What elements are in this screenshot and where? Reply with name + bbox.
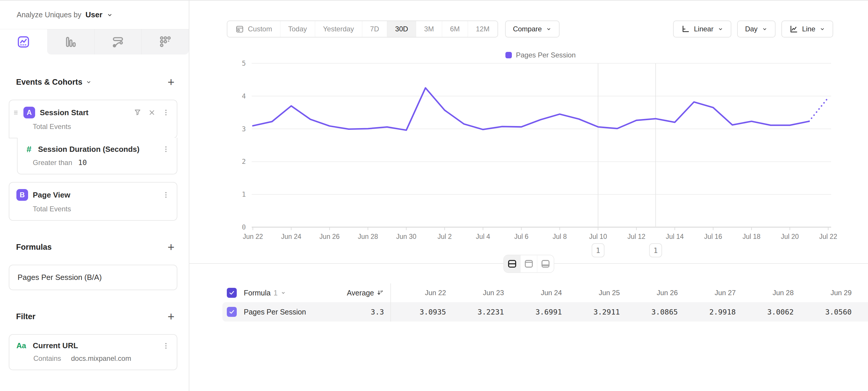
date-column-header[interactable]: Jun 29 [797, 289, 855, 297]
line-chart-icon [17, 35, 30, 49]
analyze-bar: Analyze Uniques by User [0, 1, 189, 29]
flows-icon [111, 35, 125, 49]
range-option-3m[interactable]: 3M [416, 21, 442, 37]
date-column-header[interactable]: Jun 22 [391, 289, 449, 297]
date-column-header[interactable]: Jun 28 [739, 289, 797, 297]
event-card-session-start: A Session Start Total Events [9, 100, 177, 138]
svg-text:0: 0 [242, 223, 246, 231]
svg-text:1: 1 [653, 247, 658, 255]
row-checkbox[interactable] [227, 307, 237, 317]
kebab-menu-icon[interactable] [162, 191, 170, 199]
y-scale-button[interactable]: Linear [673, 21, 731, 37]
event-counting-method[interactable]: Total Events [33, 205, 71, 213]
annotation-badge[interactable]: 1 [592, 244, 604, 257]
sidebar-content: Events & Cohorts + A Session Start [0, 76, 189, 391]
event-counting-method[interactable]: Total Events [33, 122, 71, 131]
table-group-header[interactable]: Formula 1 [244, 289, 326, 297]
tab-bar-chart[interactable] [47, 29, 94, 55]
add-formula-button[interactable]: + [168, 241, 175, 253]
svg-text:4: 4 [242, 92, 246, 100]
interval-button[interactable]: Day [737, 21, 776, 37]
tab-flows[interactable] [94, 29, 142, 55]
remove-event-icon[interactable] [148, 109, 156, 116]
svg-text:Jul 10: Jul 10 [589, 233, 607, 240]
calendar-icon [235, 25, 244, 33]
range-option-custom[interactable]: Custom [227, 21, 280, 37]
range-option-today[interactable]: Today [280, 21, 315, 37]
insights-line-chart[interactable]: 012345Jun 22Jun 24Jun 26Jun 28Jun 30Jul … [189, 60, 868, 258]
svg-text:2: 2 [242, 158, 246, 165]
svg-text:Jul 22: Jul 22 [819, 233, 837, 240]
date-column-header[interactable]: Jun 24 [507, 289, 565, 297]
range-option-12m[interactable]: 12M [468, 21, 497, 37]
check-icon [228, 309, 235, 315]
date-column-header[interactable]: Jun 27 [681, 289, 739, 297]
event-letter-badge: B [17, 189, 28, 201]
chart-type-button[interactable]: Line [781, 21, 833, 37]
table-data-row: Pages Per Session 3.3 3.09353.22313.6991… [222, 302, 868, 322]
filter-card-current-url: Aa Current URL Contains docs.mixpanel.co… [9, 334, 177, 370]
date-column-header[interactable]: Jun 25 [565, 289, 623, 297]
svg-text:Jul 12: Jul 12 [627, 233, 645, 240]
table-date-values: 3.09353.22313.69913.29113.08652.99183.00… [391, 302, 855, 322]
events-section-title[interactable]: Events & Cohorts [16, 78, 91, 87]
date-cell-value: 3.0560 [797, 308, 855, 316]
drag-handle-icon[interactable] [13, 110, 19, 115]
chart-type-tabs [0, 29, 189, 55]
chart-area: Pages Per Session 012345Jun 22Jun 24Jun … [189, 47, 868, 258]
analyze-label: Analyze Uniques by [17, 10, 81, 19]
chart-toolbar: CustomTodayYesterday7D30D3M6M12M Compare… [227, 21, 833, 37]
range-option-yesterday[interactable]: Yesterday [315, 21, 362, 37]
date-cell-value: 3.6991 [507, 308, 565, 316]
date-cell-value: 3.0865 [623, 308, 681, 316]
event-letter-badge: A [23, 107, 35, 118]
range-option-30d[interactable]: 30D [387, 21, 416, 37]
date-column-header[interactable]: Jun 26 [623, 289, 681, 297]
chart-legend: Pages Per Session [253, 51, 828, 59]
numeric-property-icon: # [25, 144, 33, 154]
property-value[interactable]: 10 [78, 158, 87, 167]
kebab-menu-icon[interactable] [162, 109, 170, 116]
svg-text:Jun 22: Jun 22 [243, 233, 263, 240]
date-column-header[interactable]: Jun 23 [449, 289, 507, 297]
compare-button[interactable]: Compare [505, 21, 560, 37]
annotation-badge[interactable]: 1 [649, 244, 662, 257]
filter-funnel-icon[interactable] [133, 108, 142, 117]
average-column-header[interactable]: Average [326, 289, 384, 297]
line-chart-type-icon [789, 25, 798, 33]
tab-retention[interactable] [141, 29, 189, 55]
filter-operator[interactable]: Contains [33, 354, 61, 363]
svg-text:Jul 18: Jul 18 [742, 233, 760, 240]
date-cell-value: 3.0935 [391, 308, 449, 316]
sort-descending-icon [376, 289, 384, 297]
property-operator[interactable]: Greater than [33, 159, 72, 167]
kebab-menu-icon[interactable] [162, 342, 170, 350]
svg-text:Jul 6: Jul 6 [514, 233, 529, 240]
chevron-down-icon [718, 26, 723, 32]
select-all-checkbox[interactable] [227, 288, 237, 298]
filter-value[interactable]: docs.mixpanel.com [71, 354, 131, 363]
date-cell-value: 3.2911 [565, 308, 623, 316]
event-name[interactable]: Session Start [40, 108, 88, 117]
tab-insights-line[interactable] [0, 29, 47, 55]
kebab-menu-icon[interactable] [162, 145, 170, 153]
retention-grid-icon [159, 35, 172, 49]
svg-text:Jul 4: Jul 4 [476, 233, 490, 240]
add-breakdown-button[interactable]: + [168, 390, 175, 391]
breakdown-section-header: Breakdown + [9, 390, 177, 391]
formula-card[interactable]: Pages Per Session (B/A) [9, 265, 177, 290]
check-icon [228, 289, 235, 296]
table-only-view-icon [540, 259, 551, 269]
svg-text:Jul 14: Jul 14 [666, 233, 684, 240]
event-card-page-view: B Page View Total Events [9, 182, 177, 221]
date-cell-value: 3.2231 [449, 308, 507, 316]
table-date-headers: Jun 22Jun 23Jun 24Jun 25Jun 26Jun 27Jun … [391, 283, 855, 302]
add-event-button[interactable]: + [168, 76, 175, 88]
event-name[interactable]: Page View [33, 191, 70, 200]
analyze-value-dropdown[interactable]: User [86, 10, 102, 19]
property-name[interactable]: Session Duration (Seconds) [38, 145, 140, 154]
filter-property-name[interactable]: Current URL [33, 341, 78, 350]
add-filter-button[interactable]: + [168, 311, 175, 323]
range-option-7d[interactable]: 7D [362, 21, 387, 37]
range-option-6m[interactable]: 6M [442, 21, 468, 37]
